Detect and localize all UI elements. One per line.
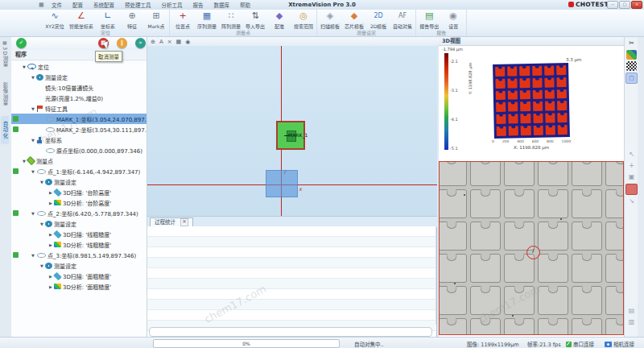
table-row[interactable] (147, 300, 436, 310)
edge-tab-影像测量[interactable]: 影像测量 (1, 77, 9, 111)
tree-item[interactable]: 光源(亮度1.2%,增益0) (11, 93, 147, 103)
menu-tab-2[interactable]: 系统配置 (93, 1, 114, 9)
tree-expander[interactable]: ▼ (30, 75, 36, 80)
tree-item[interactable]: ▶3D扫描: '面粗糙度' (11, 271, 147, 281)
height-map-plot[interactable] (493, 63, 570, 139)
ribbon-button-搜索范围[interactable]: ◎搜索范围 (294, 10, 313, 30)
ribbon-button-导入导出[interactable]: ⇅导入导出 (246, 10, 265, 30)
tree-expander[interactable]: ▶ (47, 284, 54, 289)
ribbon-button-自动对焦[interactable]: AF自动对焦 (393, 10, 412, 30)
table-row[interactable] (147, 279, 436, 289)
save-image-icon[interactable]: ▥ (626, 317, 637, 327)
tree-item[interactable]: MARK_1:坐标(3.054,24.070,897.332) (11, 114, 147, 124)
tree-item[interactable]: ▶3D分析: '台阶高度' (11, 197, 147, 208)
tree-item[interactable]: ▼坐标系 (11, 135, 147, 145)
maximize-button[interactable]: ▢ (619, 1, 630, 9)
ribbon-button-设置[interactable]: ◉设置 (444, 10, 463, 30)
minimize-button[interactable]: ‒ (607, 1, 618, 9)
ribbon-button-2D模板[interactable]: 2D2D模板 (369, 10, 388, 30)
mark-point-marker[interactable]: MARK_1 (276, 121, 305, 150)
close-tab-icon[interactable]: × (180, 218, 188, 226)
tree-item[interactable]: 镜头:10倍普通镜头 (11, 82, 147, 93)
ribbon-button-Mark点[interactable]: ⊞Mark点 (147, 10, 166, 30)
view-settings-icon[interactable]: ◉ (185, 38, 190, 46)
layout-2d-view[interactable]: y x MARK_1 (147, 46, 437, 216)
annotation-a-icon[interactable]: A (159, 38, 163, 46)
ribbon-button-坐标系[interactable]: ∟坐标系 (98, 10, 118, 30)
menu-tab-1[interactable]: 配置 (72, 1, 83, 9)
tree-item[interactable]: ▼测量设定 (11, 218, 147, 229)
tree-expander[interactable]: ▼ (30, 253, 36, 258)
table-row[interactable] (147, 268, 436, 279)
colormap-icon[interactable]: ▦ (626, 50, 637, 60)
ribbon-button-位置点[interactable]: +位置点 (173, 10, 192, 30)
tree-expander[interactable]: ▼ (39, 263, 45, 268)
tree-expander[interactable]: ▼ (30, 106, 36, 111)
tree-expander[interactable]: ▼ (30, 138, 36, 143)
cursor-tool-icon[interactable]: ↖ (626, 150, 637, 160)
color-swatch-icon[interactable]: ■ (625, 184, 638, 195)
background-color-icon[interactable]: ▦ (176, 38, 182, 46)
table-row[interactable] (147, 310, 436, 321)
panel-grid-icon[interactable]: ▦ (2, 39, 7, 45)
pause-button[interactable]: ‖ (117, 38, 127, 48)
tree-item[interactable]: ▼点_1:坐标(-6.146,-4.942,897.347) (11, 166, 147, 176)
menu-tab-5[interactable]: 报告 (193, 1, 204, 9)
tree-item[interactable]: ▼测量点 (11, 155, 147, 166)
tree-item[interactable]: ▶3D分析: '线粗糙度' (11, 239, 147, 250)
tree-expander[interactable]: ▶ (47, 242, 54, 247)
edge-tab-自动化[interactable]: 自动化 (1, 116, 9, 144)
ribbon-button-配准[interactable]: ◆配准 (270, 10, 289, 30)
edge-tab-3D测量[interactable]: 3D测量 (1, 42, 9, 72)
measure-region-marker[interactable] (266, 170, 298, 197)
menu-tab-3[interactable]: 预处理工具 (125, 1, 151, 9)
tree-item[interactable]: ▶3D分析: '面粗糙度' (11, 281, 147, 292)
tree-item[interactable]: ▶3D扫描: '线粗糙度' (11, 229, 147, 239)
tree-item[interactable]: ▼测量设定 (11, 260, 147, 271)
tree-item[interactable]: MARK_2:坐标(3.054,30.111,897.336) (11, 124, 147, 135)
move-tool-icon[interactable]: ⊕ (151, 38, 155, 46)
snapshot-icon[interactable]: ▤ (626, 306, 637, 316)
tree-expander[interactable]: ▼ (39, 180, 45, 184)
crop-tool-icon[interactable]: ▣ (626, 172, 637, 182)
ribbon-button-扫描模板[interactable]: ◈扫描模板 (320, 10, 340, 30)
run-button[interactable]: ✓ (16, 38, 27, 48)
tree-expander[interactable]: ▼ (39, 222, 45, 226)
tree-item[interactable]: ▼特征工具 (11, 103, 147, 114)
tree-item[interactable]: ▼定位 (11, 61, 147, 72)
table-row[interactable] (147, 247, 436, 258)
resize-icon[interactable]: ↘ (626, 197, 637, 206)
tree-item[interactable]: ▶3D扫描: '台阶高度' (11, 187, 147, 197)
table-row[interactable] (147, 289, 436, 300)
tree-item[interactable]: ▼测量设定 (11, 72, 147, 82)
close-button[interactable]: × (631, 1, 642, 9)
menu-tab-7[interactable]: 帮助 (240, 1, 250, 9)
tree-item[interactable]: ▼点_2:坐标(6.420,-5.778,897.344) (11, 208, 147, 218)
ribbon-button-智能坐标系[interactable]: ∠智能坐标系 (69, 10, 93, 30)
horizontal-scrollbar[interactable] (149, 327, 432, 337)
tree-expander[interactable]: ▼ (21, 64, 27, 69)
step-button[interactable]: » (135, 38, 146, 48)
add-point-icon[interactable]: + (626, 161, 637, 171)
menu-tab-0[interactable]: 文件 (52, 1, 62, 9)
tree-expander[interactable]: ▼ (30, 169, 36, 174)
view3d-panel[interactable]: -1.794 μm -2.1-3.1-4.1-5.1 3.3 μm 020040… (439, 46, 624, 161)
ribbon-button-序列测量[interactable]: ▦序列测量 (197, 10, 217, 30)
measure-tools-icon[interactable]: ✂ (626, 39, 637, 48)
ribbon-button-特征[interactable]: ⊕特征 (122, 10, 142, 30)
ribbon-button-阵列测量[interactable]: ∷阵列测量 (221, 10, 241, 30)
table-row[interactable] (147, 258, 436, 268)
flat-view-icon[interactable]: ▢ (625, 72, 638, 84)
camera-live-view[interactable] (439, 161, 624, 335)
table-row[interactable] (147, 237, 436, 247)
tree-expander[interactable]: ▶ (47, 201, 54, 205)
app-menu-icon[interactable]: ▦ (39, 2, 44, 8)
matrix-view-icon[interactable]: ▩ (626, 61, 637, 71)
delete-annotation-icon[interactable]: × (167, 38, 172, 46)
menu-tab-4[interactable]: 分析工具 (162, 1, 183, 9)
ribbon-button-芯片模板[interactable]: ◆芯片模板 (345, 10, 364, 30)
tree-expander[interactable]: ▼ (30, 211, 36, 216)
tab-process-stats[interactable]: 过程统计 × (150, 218, 193, 227)
menu-tab-6[interactable]: 数据库 (214, 1, 230, 9)
tree-item[interactable]: 原点坐标(0.000,0.000,897.346) (11, 145, 147, 155)
